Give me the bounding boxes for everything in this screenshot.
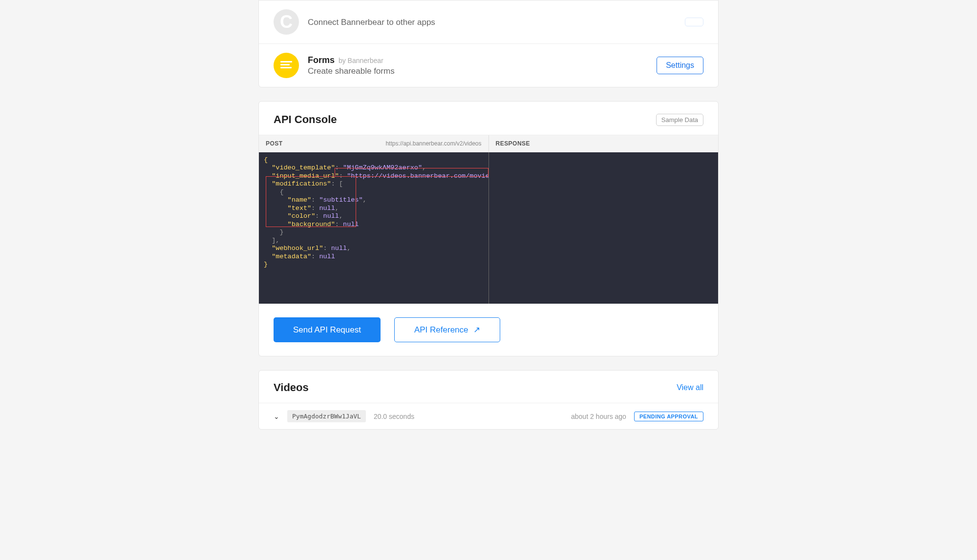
post-label: POST <box>266 140 283 147</box>
response-code-pane <box>488 152 719 304</box>
sample-data-button[interactable]: Sample Data <box>656 114 703 126</box>
send-api-request-button[interactable]: Send API Request <box>274 317 381 342</box>
response-label: RESPONSE <box>496 140 531 147</box>
api-console-card: API Console Sample Data POST https://api… <box>258 101 719 356</box>
api-console-title: API Console <box>274 113 337 126</box>
bannerbear-icon: C <box>274 9 299 35</box>
view-instructions-button[interactable] <box>685 18 703 26</box>
chevron-down-icon[interactable]: ⌄ <box>274 413 279 420</box>
integration-subtitle: Create shareable forms <box>308 66 657 76</box>
response-column-header: RESPONSE <box>488 135 719 152</box>
settings-button[interactable]: Settings <box>657 57 703 74</box>
video-id-badge[interactable]: PymAgdodzrBWw1JaVL <box>287 410 366 422</box>
forms-icon <box>274 53 299 78</box>
integration-item: C Connect Bannerbear to other apps <box>259 0 718 43</box>
videos-card: Videos View all ⌄ PymAgdodzrBWw1JaVL 20.… <box>258 370 719 430</box>
integration-by: by Bannerbear <box>339 57 383 64</box>
video-row: ⌄ PymAgdodzrBWw1JaVL 20.0 seconds about … <box>259 403 718 429</box>
video-duration: 20.0 seconds <box>374 413 414 420</box>
post-column-header: POST https://api.bannerbear.com/v2/video… <box>259 135 488 152</box>
view-all-link[interactable]: View all <box>677 383 703 392</box>
api-reference-button[interactable]: API Reference ↗ <box>394 317 500 342</box>
integration-title: Forms <box>308 55 335 65</box>
api-url: https://api.bannerbear.com/v2/videos <box>385 140 481 147</box>
integration-subtitle: Connect Bannerbear to other apps <box>308 18 685 27</box>
video-time-ago: about 2 hours ago <box>571 413 626 420</box>
videos-title: Videos <box>274 381 309 394</box>
integration-item-forms: Forms by Bannerbear Create shareable for… <box>259 43 718 87</box>
request-code-editor[interactable]: { "video_template": "MjGmZq9wkAM92aerxo"… <box>259 152 488 304</box>
video-status-badge: PENDING APPROVAL <box>634 412 703 421</box>
external-link-icon: ↗ <box>473 325 480 335</box>
